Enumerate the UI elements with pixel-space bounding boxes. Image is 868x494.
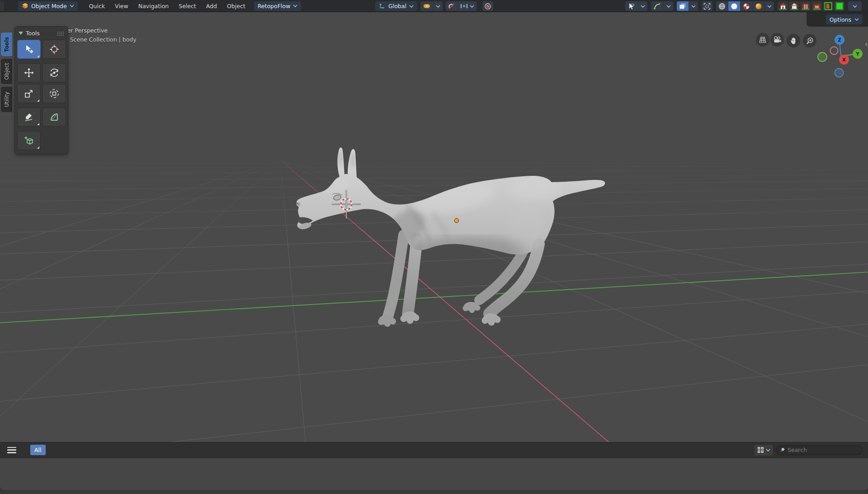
- menu-add[interactable]: Add: [201, 1, 222, 11]
- chevron-down-icon: [470, 5, 474, 8]
- tool-tweak-select[interactable]: [17, 40, 41, 59]
- axis-z-label: Z: [838, 37, 841, 42]
- menu-select[interactable]: Select: [174, 1, 201, 11]
- brick-house-icon: [813, 2, 821, 10]
- axis-neg-x-ball[interactable]: [830, 47, 838, 55]
- menu-hamburger-button[interactable]: [7, 447, 16, 453]
- proportional-editing-off-icon: [484, 3, 491, 10]
- menu-view[interactable]: View: [110, 1, 133, 11]
- menu-quick[interactable]: Quick: [84, 1, 110, 11]
- retopoflow-menu[interactable]: RetopoFlow: [254, 1, 301, 11]
- zoom-icon: [806, 37, 814, 45]
- transform-icon: [49, 89, 59, 99]
- house-door-icon: [779, 2, 787, 10]
- search-icon: [780, 447, 785, 453]
- tab-utility[interactable]: Utility: [1, 87, 12, 112]
- tools-panel: Tools: [14, 26, 68, 155]
- overlays-toggle-button[interactable]: [677, 1, 689, 11]
- orientation-label: Global: [388, 3, 406, 9]
- cursor-tool-icon: [49, 44, 59, 54]
- snap-mode-dropdown[interactable]: [458, 1, 476, 11]
- tab-tools[interactable]: Tools: [1, 33, 12, 56]
- window-button[interactable]: [834, 1, 844, 11]
- mode-selector[interactable]: Object Mode: [18, 1, 78, 11]
- select-visibility-dropdown[interactable]: [638, 1, 647, 11]
- editor-type-button[interactable]: [0, 1, 4, 11]
- toggle-ortho-button[interactable]: [756, 33, 769, 47]
- tool-scale[interactable]: [17, 84, 41, 103]
- window-icon: [835, 2, 844, 10]
- tool-cursor[interactable]: [42, 40, 66, 59]
- shading-rendered-icon: [755, 3, 762, 10]
- tool-rotate[interactable]: [42, 63, 66, 82]
- mode-label: Object Mode: [31, 3, 67, 9]
- tool-move[interactable]: [17, 63, 41, 82]
- camera-view-button[interactable]: [770, 33, 784, 47]
- viewport-3d[interactable]: User Perspective (1) Scene Collection | …: [0, 12, 868, 442]
- shading-material-icon: [743, 3, 750, 10]
- header-extra-dropdown[interactable]: [848, 1, 862, 11]
- tweak-select-icon: [24, 44, 34, 54]
- door-icon: [824, 2, 832, 10]
- menu-object[interactable]: Object: [222, 1, 250, 11]
- chevron-down-icon: [641, 5, 645, 8]
- rotate-icon: [49, 68, 59, 78]
- all-filter-button[interactable]: All: [30, 444, 46, 456]
- overlays-dropdown[interactable]: [689, 1, 698, 11]
- snap-toggle-button[interactable]: [446, 1, 458, 11]
- gizmos-toggle-button[interactable]: [651, 1, 664, 11]
- pivot-point-button[interactable]: [420, 1, 433, 11]
- pan-view-button[interactable]: [787, 34, 800, 47]
- tools-panel-header[interactable]: Tools: [17, 29, 66, 40]
- drag-grip-icon[interactable]: [57, 31, 64, 36]
- navigation-gizmo[interactable]: Z Y X: [817, 26, 867, 94]
- axis-neg-z-ball[interactable]: [835, 69, 844, 77]
- tool-tab-column: Tools Object Utility: [1, 33, 12, 112]
- chevron-down-icon: [436, 5, 440, 8]
- annotate-icon: [24, 112, 34, 122]
- tab-object[interactable]: Object: [1, 59, 12, 84]
- add-cube-icon: [24, 136, 34, 146]
- shading-dropdown[interactable]: [764, 1, 774, 11]
- viewport-canvas[interactable]: [0, 12, 868, 442]
- sidebar-collapse-arrow[interactable]: ‹: [865, 40, 868, 48]
- gizmos-dropdown[interactable]: [664, 1, 673, 11]
- tool-transform[interactable]: [42, 84, 66, 103]
- tool-add-cube[interactable]: [17, 131, 41, 150]
- menu-navigation[interactable]: Navigation: [133, 1, 174, 11]
- barn-button[interactable]: [800, 1, 811, 11]
- shading-material-button[interactable]: [740, 1, 752, 11]
- grid-ortho-icon: [759, 36, 767, 43]
- proportional-editing-button[interactable]: [482, 1, 493, 11]
- object-origin-dot: [454, 218, 458, 222]
- tool-annotate[interactable]: [17, 108, 41, 127]
- axis-x-label: X: [842, 57, 846, 62]
- shading-wireframe-button[interactable]: [716, 1, 728, 11]
- axis-neg-y-ball[interactable]: [818, 52, 827, 61]
- transform-orientation-dropdown[interactable]: Global: [375, 1, 417, 11]
- door-button[interactable]: [823, 1, 833, 11]
- tool-measure[interactable]: [42, 108, 66, 127]
- xray-toggle-button[interactable]: [702, 1, 712, 11]
- gizmo-arc-icon: [653, 3, 661, 10]
- cube-icon: [22, 3, 28, 9]
- house-outline-button[interactable]: [789, 1, 799, 11]
- select-visibility-button[interactable]: [625, 1, 638, 11]
- shading-rendered-button[interactable]: [752, 1, 764, 11]
- search-input[interactable]: [788, 447, 858, 453]
- bottom-bar: All: [0, 442, 868, 458]
- brick-house-button[interactable]: [811, 1, 822, 11]
- pivot-dropdown[interactable]: [433, 1, 443, 11]
- options-dropdown[interactable]: Options: [826, 14, 863, 24]
- zoom-view-button[interactable]: [803, 34, 816, 47]
- transform-orientation-icon: [379, 3, 386, 9]
- shading-solid-button[interactable]: [728, 1, 740, 11]
- xray-icon: [703, 3, 711, 10]
- chevron-down-icon: [293, 5, 297, 7]
- footer-panel: [0, 458, 868, 490]
- house-door-button[interactable]: [778, 1, 788, 11]
- overlays-icon: [679, 3, 686, 9]
- house-outline-icon: [790, 2, 798, 10]
- cursor-select-icon: [627, 3, 636, 10]
- display-mode-dropdown[interactable]: [755, 445, 773, 456]
